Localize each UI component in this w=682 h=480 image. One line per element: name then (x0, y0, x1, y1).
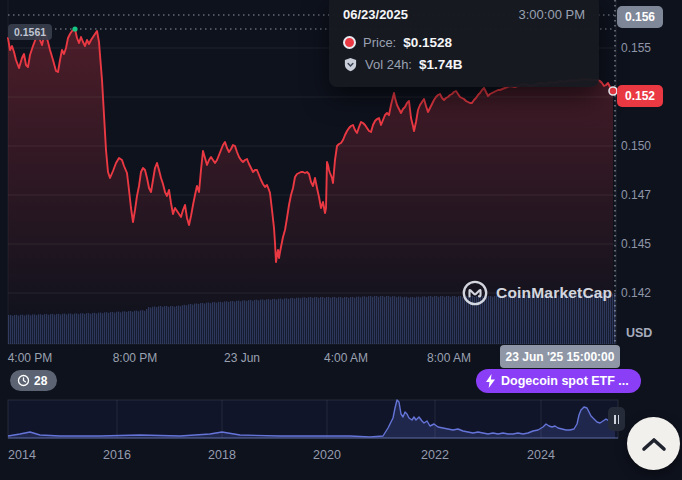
navigator-frame (8, 400, 618, 438)
navigator-year-label: 2018 (208, 448, 236, 462)
news-label: Dogecoin spot ETF ... (501, 374, 629, 388)
y-axis-label: 0.155 (621, 41, 676, 55)
lightning-icon (485, 374, 496, 388)
currency-label: USD (626, 326, 652, 340)
y-axis-label: 0.147 (621, 188, 676, 202)
tooltip-date: 06/23/2025 (343, 7, 408, 22)
navigator-right-handle[interactable] (608, 407, 625, 431)
history-count: 28 (34, 374, 47, 388)
x-axis-label: 8:00 PM (113, 351, 158, 365)
y-axis-label: 0.142 (621, 286, 676, 300)
tooltip-vol-label: Vol 24h: (365, 57, 412, 72)
volume-shield-icon (343, 57, 358, 72)
x-axis-label: 4:00 AM (324, 351, 368, 365)
y-axis-label: 0.150 (621, 139, 676, 153)
coinmarketcap-chart-screen: 0.1561 0.156 0.152 USD 23 Jun '25 15:00:… (0, 0, 682, 480)
x-axis-label: 4:00 PM (8, 351, 53, 365)
axis-last-price-badge: 0.152 (617, 85, 663, 107)
axis-high-badge: 0.156 (617, 6, 663, 28)
navigator-year-label: 2024 (527, 448, 555, 462)
watermark-text: CoinMarketCap (496, 284, 612, 302)
y-axis-label: 0.145 (621, 237, 676, 251)
navigator-year-label: 2022 (421, 448, 449, 462)
navigator-year-label: 2014 (8, 448, 36, 462)
tooltip-vol-value: $1.74B (419, 57, 463, 72)
x-axis-label: 23 Jun (224, 351, 260, 365)
crosshair-time-badge: 23 Jun '25 15:00:00 (500, 345, 620, 368)
coinmarketcap-logo-icon (462, 280, 488, 306)
history-clock-icon (17, 374, 30, 387)
price-dot-icon (343, 36, 356, 49)
navigator-year-label: 2016 (103, 448, 131, 462)
news-annotation-pill[interactable]: Dogecoin spot ETF ... (476, 369, 641, 393)
watermark: CoinMarketCap (462, 280, 612, 306)
tooltip-price-label: Price: (363, 35, 396, 50)
tooltip-time: 3:00:00 PM (519, 7, 586, 22)
tooltip-price-value: $0.1528 (403, 35, 452, 50)
chevron-up-icon (641, 436, 667, 452)
x-axis-label: 8:00 AM (427, 351, 471, 365)
navigator-year-label: 2020 (313, 448, 341, 462)
chart-tooltip: 06/23/2025 3:00:00 PM Price: $0.1528 Vol… (329, 0, 599, 87)
scroll-to-top-button[interactable] (627, 417, 680, 470)
history-count-pill[interactable]: 28 (10, 370, 57, 391)
last-price-marker[interactable] (609, 87, 617, 95)
high-point-marker (72, 26, 77, 31)
chart-high-badge: 0.1561 (8, 24, 52, 40)
